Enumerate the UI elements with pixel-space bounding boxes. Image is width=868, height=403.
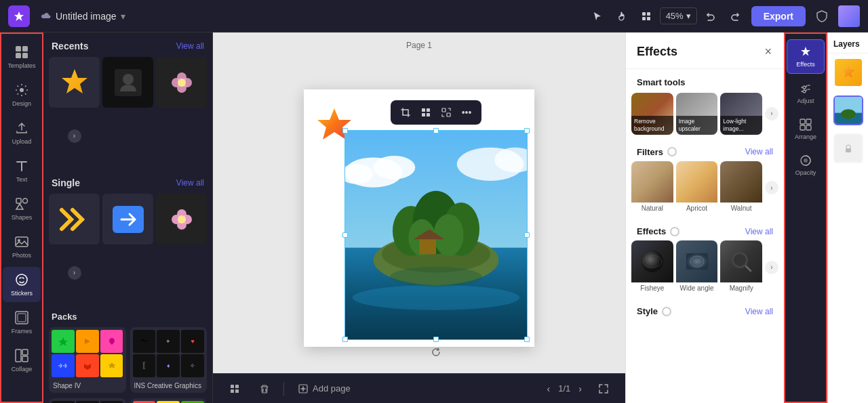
sidebar-item-templates[interactable]: Templates xyxy=(3,39,41,75)
export-button[interactable]: Export xyxy=(751,6,806,26)
single-next-arrow[interactable]: › xyxy=(68,266,81,280)
style-view-all[interactable]: View all xyxy=(745,307,773,316)
packs-title: Packs xyxy=(43,306,212,324)
handle-bl[interactable] xyxy=(342,337,348,342)
add-page-btn[interactable]: Add page xyxy=(292,381,356,397)
effects-close-btn[interactable]: × xyxy=(763,43,773,60)
layer-3[interactable] xyxy=(833,133,863,163)
collage-icon xyxy=(14,348,29,363)
svg-point-13 xyxy=(16,274,27,285)
sidebar-item-collage[interactable]: Collage xyxy=(3,343,41,378)
single-item-arrow-blue[interactable] xyxy=(102,194,153,245)
smart-tools-next[interactable]: › xyxy=(765,107,778,121)
trash-btn[interactable] xyxy=(254,381,275,397)
effects-view-all[interactable]: View all xyxy=(745,227,773,236)
right-tool-arrange[interactable]: Arrange xyxy=(787,112,825,146)
sticker-item-flower[interactable] xyxy=(156,57,207,108)
effect-fisheye[interactable]: Fisheye xyxy=(631,240,673,294)
pack-supermarket[interactable]: SALE YUM! NEW HOT 50% ♥ Supermarket xyxy=(130,398,208,403)
sidebar-item-design[interactable]: Design xyxy=(3,77,41,112)
effects-next[interactable]: › xyxy=(765,261,778,274)
pack-black-imagination[interactable]: 🦅 ▷ 🎵 ▬ △ ◆ Black Imagination xyxy=(49,398,126,403)
svg-point-79 xyxy=(734,254,746,266)
image-element[interactable] xyxy=(344,130,528,340)
undo-btn[interactable] xyxy=(700,5,722,27)
crop-btn[interactable] xyxy=(396,103,415,122)
rotate-handle[interactable] xyxy=(429,345,443,359)
right-tool-effects[interactable]: Effects xyxy=(787,39,825,74)
filters-next[interactable]: › xyxy=(765,181,778,194)
smart-tool-lowlight[interactable]: Low-light image... xyxy=(720,93,762,135)
filters-view-all[interactable]: View all xyxy=(745,147,773,156)
sidebar-item-upload[interactable]: Upload xyxy=(3,115,41,150)
svg-rect-15 xyxy=(18,314,26,322)
sidebar-item-stickers[interactable]: Stickers xyxy=(3,267,41,302)
shield-icon[interactable] xyxy=(811,5,833,27)
filter-apricot[interactable]: Apricot xyxy=(676,161,718,215)
handle-mr[interactable] xyxy=(524,232,530,238)
replace-btn[interactable] xyxy=(437,103,456,122)
smart-tool-remove-bg[interactable]: Remove background xyxy=(631,93,673,135)
redo-btn[interactable] xyxy=(724,5,746,27)
svg-rect-1 xyxy=(647,12,650,16)
handle-br[interactable] xyxy=(524,337,530,342)
sticker-item-dark[interactable] xyxy=(102,57,153,108)
recents-title: Recents xyxy=(52,41,88,51)
handle-ml[interactable] xyxy=(342,232,348,238)
prev-page-btn[interactable]: ‹ xyxy=(545,381,553,397)
layout-tool[interactable] xyxy=(635,5,657,27)
sidebar-item-text[interactable]: Text xyxy=(3,153,41,188)
svg-rect-50 xyxy=(447,113,450,116)
bottom-divider xyxy=(283,382,284,396)
user-avatar[interactable] xyxy=(838,5,860,27)
effect-wide-angle[interactable]: Wide angle xyxy=(676,240,718,294)
pack-shape-iv[interactable]: Shape IV xyxy=(49,327,126,393)
title-dropdown-arrow[interactable]: ▾ xyxy=(121,11,125,22)
pointer-tool[interactable] xyxy=(587,5,608,27)
main-content: Templates Design Upload Text Shapes Phot… xyxy=(0,33,868,403)
single-view-all[interactable]: View all xyxy=(176,178,204,188)
more-btn[interactable]: ••• xyxy=(457,103,476,122)
single-item-flower[interactable] xyxy=(156,194,207,245)
selected-image-container[interactable]: ••• xyxy=(344,130,528,340)
layer-photo[interactable] xyxy=(833,96,863,125)
zoom-control[interactable]: 45% ▾ xyxy=(660,7,697,24)
document-title-text: Untitled image xyxy=(56,11,117,22)
hand-tool[interactable] xyxy=(611,5,633,27)
grid-view-btn[interactable] xyxy=(224,381,245,397)
filter-walnut[interactable]: Walnut xyxy=(720,161,762,215)
document-title[interactable]: Untitled image ▾ xyxy=(41,11,125,22)
canvas-frame[interactable]: ••• xyxy=(304,89,534,347)
handle-bm[interactable] xyxy=(433,337,439,342)
handle-tm[interactable] xyxy=(433,128,439,133)
pack-ins-creative-label: INS Creative Graphics xyxy=(130,380,208,393)
sidebar-item-shapes[interactable]: Shapes xyxy=(3,191,41,226)
next-page-btn[interactable]: › xyxy=(576,381,585,397)
filter-natural[interactable]: Natural xyxy=(631,161,673,215)
right-tool-adjust[interactable]: Adjust xyxy=(787,77,825,110)
smart-tool-upscaler[interactable]: Image upscaler xyxy=(676,93,718,135)
sticker-nav-arrow[interactable]: › xyxy=(49,110,100,161)
floating-toolbar: ••• xyxy=(391,100,481,125)
pack-ins-creative[interactable]: 〜 ✦ ♥ ⟦ ♦ ✧ INS Creative Graphics xyxy=(130,327,208,393)
svg-rect-82 xyxy=(806,119,811,124)
app-logo[interactable] xyxy=(8,5,30,27)
handle-tl[interactable] xyxy=(342,128,348,133)
sidebar-item-photos[interactable]: Photos xyxy=(3,229,41,264)
sticker-next-arrow[interactable]: › xyxy=(68,129,81,143)
right-tool-opacity[interactable]: Opacity xyxy=(787,148,825,182)
fullscreen-btn[interactable] xyxy=(593,381,614,397)
text-icon xyxy=(14,158,29,173)
filter-natural-label: Natural xyxy=(631,203,673,214)
effect-magnify[interactable]: Magnify xyxy=(720,240,762,294)
sidebar-item-frames[interactable]: Frames xyxy=(3,305,41,340)
single-item-arrows-yellow[interactable] xyxy=(49,194,100,245)
recents-view-all[interactable]: View all xyxy=(176,41,204,51)
single-nav-arrow[interactable]: › xyxy=(49,247,100,298)
grid-btn[interactable] xyxy=(416,103,435,122)
handle-tr[interactable] xyxy=(524,128,530,133)
layer-star[interactable] xyxy=(833,58,863,87)
svg-point-53 xyxy=(374,155,416,178)
sticker-item-star[interactable] xyxy=(49,57,100,108)
smart-tool-upscaler-label: Image upscaler xyxy=(676,116,718,135)
